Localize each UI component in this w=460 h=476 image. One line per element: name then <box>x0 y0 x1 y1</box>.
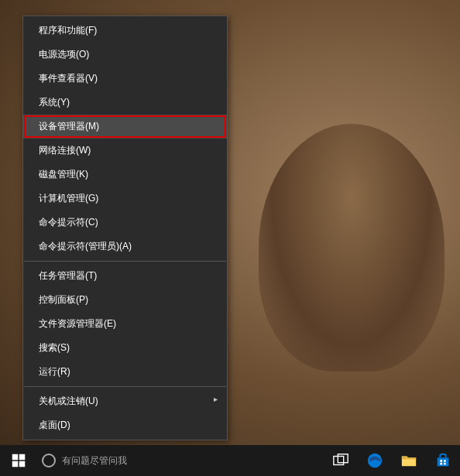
svg-rect-10 <box>444 463 446 465</box>
start-button[interactable] <box>0 445 37 476</box>
taskbar-right-icons <box>324 445 460 476</box>
menu-item-label: 控制面板(P) <box>39 294 88 305</box>
cortana-icon <box>42 454 56 467</box>
menu-item-label: 搜索(S) <box>39 342 70 353</box>
menu-item-13[interactable]: 搜索(S) <box>23 336 227 360</box>
menu-item-2[interactable]: 事件查看器(V) <box>23 67 227 91</box>
menu-item-label: 电源选项(O) <box>39 49 89 60</box>
menu-item-label: 设备管理器(M) <box>39 121 99 132</box>
menu-item-label: 系统(Y) <box>39 97 70 108</box>
store-button[interactable] <box>426 445 460 476</box>
svg-rect-8 <box>444 460 446 462</box>
svg-rect-9 <box>440 463 442 465</box>
svg-rect-0 <box>12 454 19 461</box>
menu-item-0[interactable]: 程序和功能(F) <box>23 19 227 43</box>
menu-item-10[interactable]: 任务管理器(T) <box>23 264 227 288</box>
store-icon <box>434 452 451 469</box>
menu-item-label: 磁盘管理(K) <box>39 169 88 180</box>
menu-item-14[interactable]: 运行(R) <box>23 360 227 384</box>
menu-item-15[interactable]: 关机或注销(U) <box>23 389 227 413</box>
winx-context-menu: 程序和功能(F)电源选项(O)事件查看器(V)系统(Y)设备管理器(M)网络连接… <box>22 15 228 440</box>
menu-item-label: 桌面(D) <box>39 419 70 430</box>
menu-item-label: 计算机管理(G) <box>39 193 98 204</box>
svg-rect-3 <box>19 461 26 467</box>
menu-item-9[interactable]: 命令提示符(管理员)(A) <box>23 235 227 259</box>
menu-item-12[interactable]: 文件资源管理器(E) <box>23 312 227 336</box>
menu-item-1[interactable]: 电源选项(O) <box>23 43 227 67</box>
file-explorer-button[interactable] <box>392 445 426 476</box>
menu-item-label: 网络连接(W) <box>39 145 91 156</box>
menu-item-label: 运行(R) <box>39 366 70 377</box>
svg-rect-7 <box>440 460 442 462</box>
svg-rect-2 <box>12 461 19 467</box>
menu-item-label: 关机或注销(U) <box>39 396 98 406</box>
menu-item-4[interactable]: 设备管理器(M) <box>23 115 227 139</box>
menu-separator <box>24 386 226 387</box>
menu-item-11[interactable]: 控制面板(P) <box>23 288 227 312</box>
folder-icon <box>400 452 417 469</box>
svg-rect-5 <box>338 454 348 463</box>
menu-item-6[interactable]: 磁盘管理(K) <box>23 163 227 187</box>
task-view-button[interactable] <box>324 445 358 476</box>
edge-browser-button[interactable] <box>358 445 392 476</box>
cortana-search[interactable]: 有问题尽管问我 <box>37 445 135 476</box>
svg-rect-4 <box>334 457 344 465</box>
menu-item-label: 命令提示符(管理员)(A) <box>39 241 132 252</box>
edge-icon <box>366 452 383 469</box>
menu-item-8[interactable]: 命令提示符(C) <box>23 211 227 235</box>
menu-item-5[interactable]: 网络连接(W) <box>23 139 227 163</box>
menu-item-16[interactable]: 桌面(D) <box>23 413 227 437</box>
menu-item-label: 命令提示符(C) <box>39 217 98 228</box>
cortana-placeholder: 有问题尽管问我 <box>62 454 127 467</box>
taskbar: 有问题尽管问我 <box>0 445 460 476</box>
task-view-icon <box>332 452 349 469</box>
menu-item-label: 文件资源管理器(E) <box>39 318 116 329</box>
windows-logo-icon <box>12 454 26 467</box>
menu-separator <box>24 261 226 262</box>
svg-rect-1 <box>19 454 26 461</box>
menu-item-label: 任务管理器(T) <box>39 270 97 281</box>
menu-item-3[interactable]: 系统(Y) <box>23 91 227 115</box>
menu-item-7[interactable]: 计算机管理(G) <box>23 187 227 211</box>
menu-item-label: 事件查看器(V) <box>39 73 98 84</box>
menu-item-label: 程序和功能(F) <box>39 25 97 36</box>
